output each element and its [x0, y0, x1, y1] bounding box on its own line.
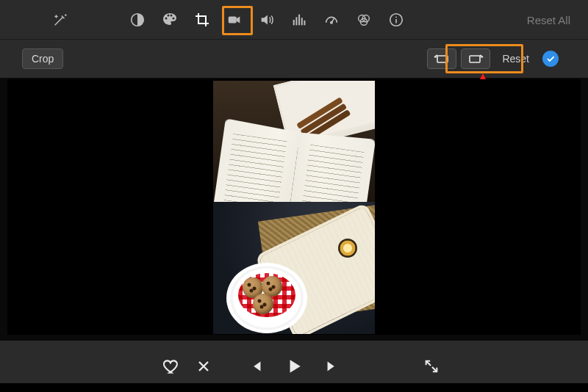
reject-button[interactable]	[193, 355, 215, 377]
favorite-button[interactable]	[160, 355, 182, 377]
svg-rect-6	[304, 20, 305, 24]
svg-rect-4	[298, 14, 300, 25]
bottom-black-strip	[0, 383, 588, 392]
crop-icon[interactable]	[190, 7, 215, 32]
color-balance-icon[interactable]	[125, 7, 150, 32]
camera-icon[interactable]	[222, 7, 247, 32]
crop-options-row: Crop Reset	[0, 40, 588, 78]
video-preview[interactable]	[7, 79, 581, 335]
rotate-ccw-button[interactable]	[427, 48, 456, 69]
svg-rect-13	[437, 56, 448, 62]
magic-wand-icon[interactable]	[48, 7, 73, 32]
crop-mode-button[interactable]: Crop	[22, 48, 63, 69]
previous-button[interactable]	[245, 355, 267, 377]
svg-rect-5	[301, 18, 303, 25]
svg-rect-1	[229, 16, 237, 23]
inspector-toolbar: Reset All	[0, 0, 588, 40]
svg-rect-3	[295, 17, 297, 25]
apply-button[interactable]	[542, 51, 559, 67]
rotate-buttons-group	[424, 46, 493, 72]
playback-bar	[0, 341, 588, 392]
inspector-icon-row	[125, 7, 409, 32]
equalizer-icon[interactable]	[287, 7, 312, 32]
svg-rect-14	[470, 56, 480, 62]
svg-point-12	[395, 16, 397, 18]
svg-rect-2	[293, 20, 295, 25]
play-button[interactable]	[283, 355, 305, 377]
info-icon[interactable]	[384, 7, 409, 32]
next-button[interactable]	[321, 355, 343, 377]
reset-all-button[interactable]: Reset All	[527, 0, 570, 40]
speed-gauge-icon[interactable]	[319, 7, 344, 32]
svg-point-7	[331, 21, 332, 23]
fullscreen-button[interactable]	[420, 355, 442, 377]
color-palette-icon[interactable]	[157, 7, 182, 32]
audio-volume-icon[interactable]	[254, 7, 279, 32]
color-filters-icon[interactable]	[351, 7, 376, 32]
preview-frame-image	[213, 81, 375, 334]
reset-crop-button[interactable]: Reset	[502, 53, 529, 65]
rotate-cw-button[interactable]	[461, 48, 490, 69]
